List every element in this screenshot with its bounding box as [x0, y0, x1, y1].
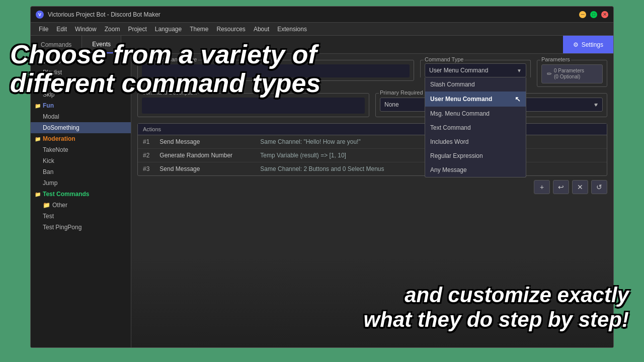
window-title: Victorious Project Bot - Discord Bot Mak…: [48, 11, 579, 18]
user-command-name-group: User Command Name: [137, 60, 414, 81]
command-type-label: Command Type: [424, 56, 464, 62]
title-bar: V Victorious Project Bot - Discord Bot M…: [31, 7, 613, 23]
sidebar-item-skip[interactable]: Skip: [31, 89, 131, 100]
folder-icon: 📁: [35, 103, 41, 109]
action-row-2[interactable]: #2 Generate Random Number Temp Variable …: [138, 149, 607, 162]
folder-icon-test: 📁: [35, 192, 41, 197]
sidebar-item-modal[interactable]: Modal: [31, 111, 131, 122]
action-num-1: #1: [138, 135, 154, 149]
fun-label: Fun: [43, 102, 54, 109]
menu-project[interactable]: Project: [124, 23, 150, 35]
parameters-value: 0 Parameters(0 Optional): [554, 68, 584, 80]
move-action-button[interactable]: ↩: [553, 180, 569, 194]
option-slash-command[interactable]: Slash Command: [425, 77, 526, 92]
action-name-1: Send Message: [154, 135, 255, 149]
app-icon: V: [36, 11, 44, 19]
option-any-message[interactable]: Any Message: [425, 163, 526, 177]
parameters-button[interactable]: ✏ 0 Parameters(0 Optional): [541, 64, 603, 83]
testcommands-label: Test Commands: [43, 191, 89, 198]
selected-command-type-text: User Menu Command: [429, 67, 488, 74]
window-controls: ─ □ ✕: [579, 11, 608, 18]
sidebar-category-fun[interactable]: 📁 Fun: [31, 100, 131, 111]
command-description-label: Command Description: [141, 89, 198, 96]
menu-edit[interactable]: Edit: [52, 23, 71, 35]
option-msg-menu-command[interactable]: Msg. Menu Command: [425, 107, 526, 121]
tab-settings[interactable]: ⚙ Settings: [563, 36, 613, 53]
action-name-2: Generate Random Number: [154, 149, 255, 162]
desc-permission-row: Command Description Primary Required Per…: [137, 93, 607, 117]
menu-theme[interactable]: Theme: [186, 23, 212, 35]
sidebar-item-dosomething[interactable]: DoSomething: [31, 122, 131, 133]
permission-value: None: [384, 101, 399, 108]
sidebar: JoinVoice Playlist Play Skip 📁 Fun Modal…: [31, 54, 131, 347]
sidebar-item-joinvoice[interactable]: JoinVoice: [31, 56, 131, 67]
actions-header: Actions: [138, 124, 607, 135]
menu-language[interactable]: Language: [151, 23, 186, 35]
user-command-name-label: User Command Name: [141, 56, 198, 62]
menu-zoom[interactable]: Zoom: [101, 23, 124, 35]
maximize-button[interactable]: □: [590, 11, 597, 18]
menu-about[interactable]: About: [250, 23, 273, 35]
folder-icon-other: 📁: [43, 202, 50, 209]
pencil-icon: ✏: [547, 70, 552, 77]
parameters-group: Parameters ✏ 0 Parameters(0 Optional): [537, 60, 607, 87]
right-panel: User Command Name Command Type User Menu…: [131, 54, 613, 347]
close-button[interactable]: ✕: [601, 11, 608, 18]
minimize-button[interactable]: ─: [579, 11, 586, 18]
command-type-group: Command Type User Menu Command ▼ Slash C…: [420, 60, 531, 77]
actions-table: #1 Send Message Same Channel: "Hello! Ho…: [138, 135, 607, 175]
gear-icon: ⚙: [573, 41, 579, 48]
cursor-icon: ↖: [515, 95, 521, 103]
folder-icon-mod: 📁: [35, 136, 41, 142]
tab-bar: Commands Events ⚙ Settings: [31, 36, 613, 54]
option-regular-expression[interactable]: Regular Expression: [425, 149, 526, 163]
settings-label: Settings: [582, 41, 603, 48]
sidebar-item-testpingpong[interactable]: Test PingPong: [31, 222, 131, 233]
menu-resources[interactable]: Resources: [213, 23, 250, 35]
sidebar-item-test[interactable]: Test: [31, 211, 131, 222]
menu-extensions[interactable]: Extensions: [273, 23, 311, 35]
bottom-gradient: [131, 257, 613, 347]
menu-window[interactable]: Window: [71, 23, 101, 35]
moderation-label: Moderation: [43, 135, 75, 142]
command-type-dropdown[interactable]: User Menu Command ▼ Slash Command User M…: [425, 63, 526, 77]
action-name-3: Send Message: [154, 162, 255, 176]
tab-commands[interactable]: Commands: [31, 36, 82, 53]
permission-arrow: ▼: [593, 102, 598, 108]
add-action-button[interactable]: +: [534, 180, 550, 194]
sidebar-item-playlist[interactable]: Playlist: [31, 67, 131, 78]
sidebar-item-jump[interactable]: Jump: [31, 177, 131, 189]
delete-action-button[interactable]: ✕: [572, 180, 588, 194]
command-description-input[interactable]: [142, 98, 365, 114]
command-type-selected[interactable]: User Menu Command ▼: [425, 63, 526, 77]
sidebar-item-play[interactable]: Play: [31, 78, 131, 89]
parameters-label: Parameters: [540, 56, 571, 62]
actions-section: Actions #1 Send Message Same Channel: "H…: [137, 123, 607, 176]
sidebar-category-testcommands[interactable]: 📁 Test Commands: [31, 189, 131, 200]
tab-events[interactable]: Events: [82, 36, 121, 53]
sidebar-item-other[interactable]: 📁 Other: [31, 200, 131, 211]
option-text-command[interactable]: Text Command: [425, 121, 526, 135]
user-command-name-input[interactable]: [142, 64, 410, 77]
command-description-group: Command Description: [137, 93, 369, 117]
option-includes-word[interactable]: Includes Word: [425, 135, 526, 149]
command-type-menu: Slash Command User Menu Command ↖ Msg. M…: [425, 77, 526, 177]
menu-bar: File Edit Window Zoom Project Language T…: [31, 23, 613, 36]
action-buttons-row: + ↩ ✕ ↺: [137, 180, 607, 194]
action-num-3: #3: [138, 162, 154, 176]
option-user-menu-command[interactable]: User Menu Command ↖: [425, 92, 526, 107]
action-row-1[interactable]: #1 Send Message Same Channel: "Hello! Ho…: [138, 135, 607, 149]
action-row-3[interactable]: #3 Send Message Same Channel: 2 Buttons …: [138, 162, 607, 176]
refresh-action-button[interactable]: ↺: [591, 180, 607, 194]
sidebar-item-takenote[interactable]: TakeNote: [31, 144, 131, 155]
action-num-2: #2: [138, 149, 154, 162]
main-content: JoinVoice Playlist Play Skip 📁 Fun Modal…: [31, 54, 613, 347]
dropdown-arrow: ▼: [517, 68, 522, 73]
menu-file[interactable]: File: [35, 23, 52, 35]
form-top-row: User Command Name Command Type User Menu…: [137, 60, 607, 87]
sidebar-category-moderation[interactable]: 📁 Moderation: [31, 133, 131, 144]
app-window: V Victorious Project Bot - Discord Bot M…: [30, 6, 614, 348]
sidebar-item-kick[interactable]: Kick: [31, 155, 131, 166]
sidebar-item-ban[interactable]: Ban: [31, 166, 131, 177]
